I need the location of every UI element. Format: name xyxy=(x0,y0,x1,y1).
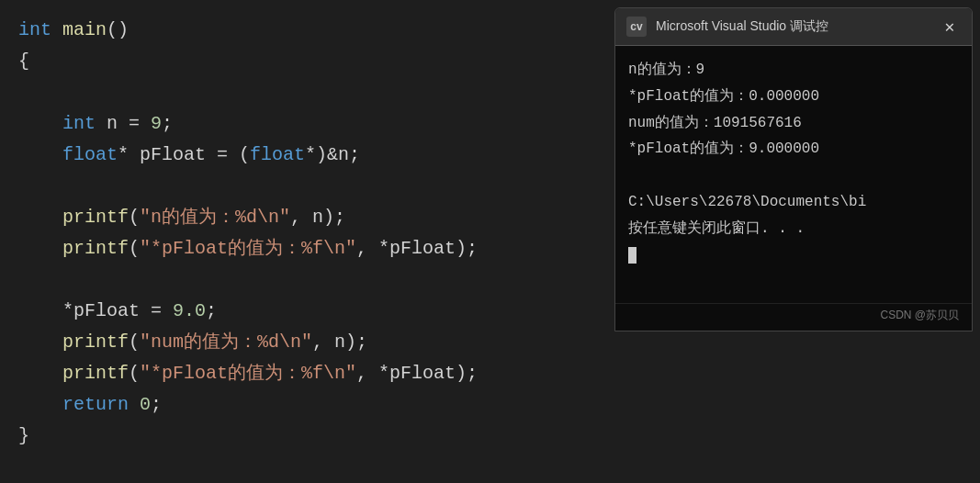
console-app-icon: cv xyxy=(626,17,647,37)
console-output-blank xyxy=(628,163,959,189)
console-title: Microsoft Visual Studio 调试控 xyxy=(656,18,929,35)
console-close-button[interactable]: ✕ xyxy=(939,16,961,38)
console-window: cv Microsoft Visual Studio 调试控 ✕ n的值为：9 … xyxy=(614,7,973,331)
keyword-int: int xyxy=(18,15,51,46)
console-footer-text: CSDN @苏贝贝 xyxy=(880,309,959,321)
code-line-blank1 xyxy=(18,77,614,108)
code-line-printf4: printf("*pFloat的值为：%f\n", *pFloat); xyxy=(18,358,614,389)
code-line-brace-open: { xyxy=(18,46,614,77)
code-line-int-n: int n = 9; xyxy=(18,108,614,140)
console-output-line-2: *pFloat的值为：0.000000 xyxy=(628,84,959,110)
code-line-brace-close: } xyxy=(18,421,614,452)
console-titlebar: cv Microsoft Visual Studio 调试控 ✕ xyxy=(615,8,972,46)
fn-main: main xyxy=(62,15,107,46)
code-line-blank3 xyxy=(18,264,614,296)
console-output-line-3: num的值为：1091567616 xyxy=(628,110,959,137)
console-output-line-1: n的值为：9 xyxy=(628,57,959,84)
console-footer: CSDN @苏贝贝 xyxy=(615,303,972,331)
code-line-blank2 xyxy=(18,171,614,202)
code-line-printf3: printf("num的值为：%d\n", n); xyxy=(18,327,614,358)
code-line-printf1: printf("n的值为：%d\n", n); xyxy=(18,202,614,233)
console-output-line-4: *pFloat的值为：9.000000 xyxy=(628,136,959,163)
console-output-path: C:\Users\22678\Documents\bi xyxy=(628,189,959,216)
code-line-main: int main() xyxy=(18,15,614,46)
console-output-prompt: 按任意键关闭此窗口. . . xyxy=(628,216,959,242)
console-cursor xyxy=(628,247,636,264)
code-line-assign: *pFloat = 9.0; xyxy=(18,296,614,327)
console-body: n的值为：9 *pFloat的值为：0.000000 num的值为：109156… xyxy=(615,46,972,303)
code-line-printf2: printf("*pFloat的值为：%f\n", *pFloat); xyxy=(18,233,614,264)
code-editor: int main() { int n = 9; float* pFloat = … xyxy=(0,0,614,483)
code-line-return: return 0; xyxy=(18,389,614,421)
code-line-pfloat: float* pFloat = (float*)&n; xyxy=(18,140,614,171)
